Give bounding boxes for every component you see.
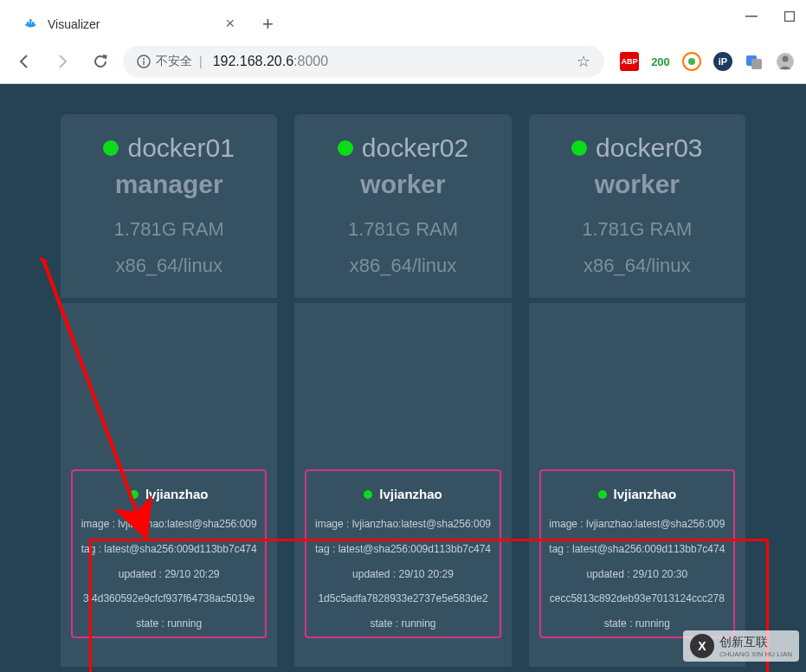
abp-extension-icon[interactable]: ABP bbox=[620, 52, 639, 71]
node-role: manager bbox=[71, 170, 267, 199]
node-body: lvjianzhao image : lvjianzhao:latest@sha… bbox=[294, 303, 511, 667]
url-text: 192.168.20.6:8000 bbox=[213, 54, 328, 69]
container-tag: tag : latest@sha256:009d113bb7c474 bbox=[548, 537, 726, 562]
status-dot-icon bbox=[598, 490, 607, 499]
svg-rect-0 bbox=[745, 16, 758, 17]
node-ram: 1.781G RAM bbox=[71, 211, 267, 248]
container-image: image : lvjianzhao:latest@sha256:009 bbox=[313, 512, 492, 537]
container-updated: updated : 29/10 20:30 bbox=[548, 562, 726, 587]
node-column-docker02: docker02 worker 1.781G RAM x86_64/linux … bbox=[294, 114, 511, 667]
svg-point-10 bbox=[688, 58, 695, 65]
svg-rect-3 bbox=[29, 22, 32, 24]
container-tag: tag : latest@sha256:009d113bb7c474 bbox=[80, 537, 258, 562]
window-controls bbox=[745, 10, 796, 23]
node-header: docker03 worker 1.781G RAM x86_64/linux bbox=[529, 114, 745, 298]
reload-button[interactable] bbox=[85, 46, 116, 77]
container-id: 3f4d360592e9cfcf937f64738ac5019e bbox=[80, 586, 258, 611]
node-ram: 1.781G RAM bbox=[539, 211, 735, 248]
node-column-docker03: docker03 worker 1.781G RAM x86_64/linux … bbox=[529, 114, 745, 667]
node-body: lvjianzhao image : lvjianzhao:latest@sha… bbox=[61, 303, 277, 667]
svg-rect-12 bbox=[751, 59, 762, 69]
minimize-button[interactable] bbox=[745, 10, 758, 23]
translate-extension-icon[interactable] bbox=[745, 52, 764, 71]
status-dot-icon bbox=[571, 140, 587, 156]
svg-rect-4 bbox=[32, 22, 35, 24]
security-indicator[interactable]: 不安全 | bbox=[137, 54, 204, 69]
maximize-button[interactable] bbox=[783, 10, 796, 23]
status-dot-icon bbox=[103, 140, 119, 156]
visualizer-content: docker01 manager 1.781G RAM x86_64/linux… bbox=[0, 84, 806, 672]
container-name: lvjianzhao bbox=[614, 487, 677, 501]
browser-chrome: Visualizer × + 不安全 | 192.168.20.6:8000 ☆ bbox=[0, 0, 806, 84]
status-dot-icon bbox=[130, 490, 139, 499]
container-card[interactable]: lvjianzhao image : lvjianzhao:latest@sha… bbox=[305, 469, 500, 638]
watermark-text: 创新互联 bbox=[719, 635, 768, 649]
svg-line-16 bbox=[40, 258, 47, 262]
container-image: image : lvjianzhao:latest@sha256:009 bbox=[80, 512, 258, 537]
container-name: lvjianzhao bbox=[379, 487, 442, 501]
tab-visualizer[interactable]: Visualizer × bbox=[13, 8, 247, 41]
ip-extension-icon[interactable]: iP bbox=[713, 52, 732, 71]
info-icon bbox=[137, 55, 151, 68]
svg-rect-2 bbox=[27, 22, 29, 24]
node-name: docker02 bbox=[362, 133, 468, 163]
tabs-row: Visualizer × + bbox=[0, 0, 806, 39]
container-updated: updated : 29/10 20:29 bbox=[80, 562, 258, 587]
node-name: docker01 bbox=[127, 133, 234, 163]
extensions-area: ABP 200 iP bbox=[620, 52, 795, 71]
svg-point-7 bbox=[143, 58, 145, 60]
container-updated: updated : 29/10 20:29 bbox=[313, 562, 492, 587]
status-dot-icon bbox=[364, 490, 372, 499]
docker-favicon-icon bbox=[25, 17, 39, 31]
new-tab-button[interactable]: + bbox=[262, 13, 274, 36]
tab-close-icon[interactable]: × bbox=[225, 15, 235, 33]
address-bar[interactable]: 不安全 | 192.168.20.6:8000 ☆ bbox=[123, 46, 604, 77]
node-arch: x86_64/linux bbox=[305, 248, 500, 284]
bookmark-star-icon[interactable]: ☆ bbox=[577, 52, 590, 71]
not-secure-label: 不安全 bbox=[156, 54, 192, 69]
node-column-docker01: docker01 manager 1.781G RAM x86_64/linux… bbox=[61, 114, 277, 667]
counter-extension[interactable]: 200 bbox=[651, 52, 670, 71]
container-name: lvjianzhao bbox=[145, 487, 209, 501]
node-body: lvjianzhao image : lvjianzhao:latest@sha… bbox=[529, 303, 745, 667]
node-header: docker01 manager 1.781G RAM x86_64/linux bbox=[61, 114, 277, 298]
node-arch: x86_64/linux bbox=[71, 248, 267, 284]
nodes-row: docker01 manager 1.781G RAM x86_64/linux… bbox=[61, 114, 745, 667]
node-ram: 1.781G RAM bbox=[305, 211, 500, 248]
container-card[interactable]: lvjianzhao image : lvjianzhao:latest@sha… bbox=[71, 469, 267, 638]
forward-button[interactable] bbox=[47, 46, 78, 77]
container-id: 1d5c5adfa7828933e2737e5e583de2 bbox=[313, 586, 492, 611]
watermark-subtext: CHUANG XIN HU LIAN bbox=[719, 650, 792, 658]
watermark: X 创新互联 CHUANG XIN HU LIAN bbox=[683, 630, 799, 662]
status-dot-icon bbox=[338, 140, 353, 156]
back-button[interactable] bbox=[9, 46, 40, 77]
node-name: docker03 bbox=[596, 133, 702, 163]
avast-extension-icon[interactable] bbox=[682, 52, 701, 71]
svg-point-14 bbox=[783, 56, 789, 62]
svg-rect-5 bbox=[29, 19, 32, 22]
svg-rect-1 bbox=[785, 12, 795, 22]
watermark-icon: X bbox=[690, 634, 714, 658]
container-card[interactable]: lvjianzhao image : lvjianzhao:latest@sha… bbox=[539, 469, 735, 638]
node-arch: x86_64/linux bbox=[539, 248, 735, 284]
tab-title: Visualizer bbox=[48, 17, 216, 31]
svg-rect-8 bbox=[143, 61, 144, 65]
container-id: cecc5813c892deb93e7013124ccc278 bbox=[548, 586, 726, 611]
container-state: state : running bbox=[313, 611, 492, 636]
node-role: worker bbox=[539, 170, 735, 199]
container-state: state : running bbox=[80, 611, 258, 636]
profile-icon[interactable] bbox=[776, 52, 795, 71]
node-header: docker02 worker 1.781G RAM x86_64/linux bbox=[294, 114, 511, 298]
container-tag: tag : latest@sha256:009d113bb7c474 bbox=[313, 537, 492, 562]
node-role: worker bbox=[305, 170, 500, 199]
address-row: 不安全 | 192.168.20.6:8000 ☆ ABP 200 iP bbox=[0, 39, 806, 84]
container-image: image : lvjianzhao:latest@sha256:009 bbox=[548, 512, 726, 537]
